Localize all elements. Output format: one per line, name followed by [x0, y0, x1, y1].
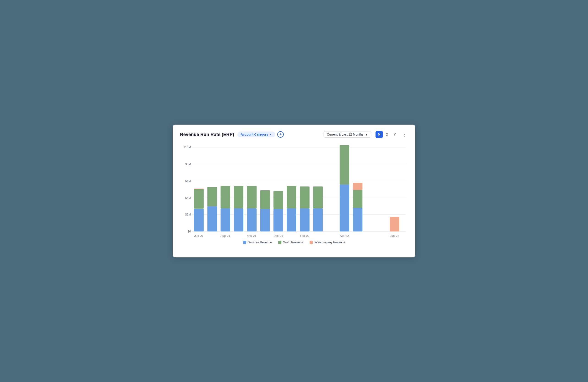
svg-rect-38 [390, 217, 399, 231]
svg-text:$0: $0 [188, 230, 191, 233]
svg-rect-22 [247, 186, 257, 208]
date-arrow-icon: ▼ [365, 133, 368, 136]
svg-text:$4M: $4M [185, 196, 191, 199]
svg-rect-31 [313, 208, 323, 232]
add-filter-button[interactable]: + [277, 131, 284, 138]
svg-rect-12 [194, 209, 204, 232]
account-category-filter[interactable]: Account Category ▼ [237, 131, 275, 137]
chart-header: Revenue Run Rate (ERP) Account Category … [180, 131, 408, 138]
legend-intercompany: Intercompany Revenue [310, 240, 345, 244]
services-color [243, 241, 246, 244]
svg-text:$10M: $10M [183, 146, 191, 149]
more-options-button[interactable]: ⋮ [401, 131, 408, 138]
svg-text:Dec '21: Dec '21 [273, 234, 283, 237]
svg-rect-30 [300, 186, 310, 208]
svg-text:Feb '22: Feb '22 [300, 234, 309, 237]
svg-text:Jun '22: Jun '22 [390, 234, 399, 237]
svg-rect-16 [208, 187, 217, 206]
legend-services-label: Services Revenue [248, 240, 272, 244]
svg-rect-18 [220, 186, 230, 208]
filter-arrow-icon: ▼ [270, 133, 272, 136]
svg-rect-24 [260, 190, 270, 209]
svg-text:Jun '21: Jun '21 [194, 234, 204, 237]
saas-color [278, 241, 281, 244]
svg-rect-34 [339, 145, 349, 184]
filter-label: Account Category [241, 133, 268, 136]
svg-rect-29 [300, 208, 310, 232]
chart-title: Revenue Run Rate (ERP) [180, 132, 234, 137]
legend-intercompany-label: Intercompany Revenue [314, 240, 345, 244]
date-range-filter[interactable]: Current & Last 12 Months ▼ [324, 131, 371, 138]
intercompany-color [310, 241, 313, 244]
legend-saas-label: SaaS Revenue [283, 240, 303, 244]
svg-rect-25 [273, 209, 283, 232]
svg-rect-15 [208, 206, 217, 231]
svg-rect-23 [260, 209, 270, 232]
svg-rect-32 [313, 186, 323, 208]
period-selector: M Q Y [376, 131, 399, 138]
svg-rect-21 [247, 208, 257, 232]
legend-services: Services Revenue [243, 240, 272, 244]
svg-text:Oct '21: Oct '21 [247, 234, 256, 237]
svg-text:$6M: $6M [185, 179, 191, 183]
date-label: Current & Last 12 Months [327, 133, 364, 136]
svg-rect-28 [287, 186, 296, 208]
svg-rect-36 [353, 190, 362, 208]
svg-rect-27 [287, 208, 296, 232]
svg-rect-13 [194, 189, 204, 209]
svg-rect-35 [353, 208, 362, 232]
svg-text:$2M: $2M [185, 213, 191, 216]
svg-rect-19 [234, 208, 243, 232]
svg-text:Aug '21: Aug '21 [220, 234, 230, 237]
chart-area: $0 $2M $4M $6M $8M $10M [180, 143, 408, 239]
svg-rect-14 [194, 189, 204, 189]
bar-chart: $0 $2M $4M $6M $8M $10M [180, 143, 408, 239]
svg-text:Apr '22: Apr '22 [340, 234, 349, 237]
legend-saas: SaaS Revenue [278, 240, 303, 244]
svg-text:$8M: $8M [185, 162, 191, 166]
svg-rect-26 [273, 191, 283, 209]
chart-card: Revenue Run Rate (ERP) Account Category … [173, 125, 415, 257]
period-quarter-button[interactable]: Q [383, 131, 391, 138]
period-month-button[interactable]: M [376, 131, 383, 138]
svg-rect-17 [220, 208, 230, 232]
svg-rect-33 [339, 184, 349, 232]
chart-legend: Services Revenue SaaS Revenue Intercompa… [180, 240, 408, 244]
svg-rect-37 [353, 183, 362, 190]
period-year-button[interactable]: Y [391, 131, 399, 138]
svg-rect-20 [234, 186, 243, 208]
